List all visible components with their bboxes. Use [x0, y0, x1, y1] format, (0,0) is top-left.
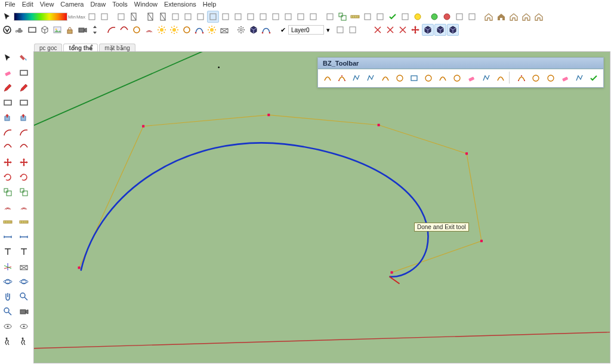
arc3-button[interactable]	[17, 125, 31, 140]
open-poly-button[interactable]	[115, 11, 127, 23]
cube2-button[interactable]	[248, 24, 260, 36]
scene-tab-2[interactable]: mặt bằng	[99, 44, 135, 52]
eraser-button[interactable]	[1, 66, 15, 80]
arc2-button[interactable]	[118, 24, 130, 36]
wall-sel-button[interactable]	[207, 11, 219, 23]
follow-button[interactable]	[17, 110, 31, 125]
iso3-button[interactable]	[270, 11, 282, 23]
home-plus-button[interactable]	[520, 11, 532, 23]
prev-button[interactable]	[17, 274, 31, 289]
menu-window[interactable]: Window	[132, 1, 160, 10]
menu-view[interactable]: View	[38, 1, 57, 10]
convert-button[interactable]	[573, 72, 585, 85]
eyedrop-button[interactable]	[86, 11, 98, 23]
zoom-button[interactable]	[1, 304, 15, 319]
scene-tab-1[interactable]: tổng thể	[63, 44, 98, 52]
arc-a-button[interactable]	[1, 125, 15, 140]
cursor-button[interactable]	[1, 11, 13, 23]
shape1-button[interactable]	[220, 11, 232, 23]
wall1-button[interactable]	[169, 11, 181, 23]
layer-name-input[interactable]	[288, 25, 324, 35]
face-button[interactable]	[232, 11, 244, 23]
menu-tools[interactable]: Tools	[110, 1, 130, 10]
menu-edit[interactable]: Edit	[20, 1, 36, 10]
arc1-button[interactable]	[106, 24, 118, 36]
home-fill-button[interactable]	[495, 11, 507, 23]
pan-button[interactable]	[1, 289, 15, 304]
pencil-button[interactable]	[1, 81, 15, 95]
layer-dropdown-icon[interactable]: ▾	[326, 26, 330, 34]
open-curve-button[interactable]	[437, 72, 449, 85]
freeform-button[interactable]	[193, 24, 205, 36]
sphere-y-button[interactable]	[412, 11, 424, 23]
ok-button[interactable]	[588, 72, 600, 85]
divide-button[interactable]	[480, 72, 492, 85]
scale-button[interactable]	[1, 185, 15, 199]
panel-title[interactable]: BZ_Toolbar	[318, 58, 603, 69]
iso2-button[interactable]	[257, 11, 269, 23]
cube-button[interactable]	[39, 24, 51, 36]
classic-nodes-button[interactable]	[336, 72, 348, 85]
camera-button[interactable]	[17, 304, 31, 319]
courbette-button[interactable]	[379, 72, 391, 85]
select-button[interactable]	[1, 51, 15, 65]
bz-toolbar-panel[interactable]: BZ_Toolbar	[317, 57, 604, 88]
axes-button[interactable]	[1, 260, 15, 274]
shape-button[interactable]	[17, 66, 31, 80]
classic-button[interactable]	[322, 72, 334, 85]
layer-edit-button[interactable]	[347, 24, 359, 36]
window1-button[interactable]	[144, 11, 156, 23]
s-close-button[interactable]	[544, 72, 556, 85]
iso1-button[interactable]	[245, 11, 257, 23]
sphere-g-button[interactable]	[428, 11, 440, 23]
orbit-button[interactable]	[1, 274, 15, 289]
menu-help[interactable]: Help	[200, 1, 219, 10]
arc4-button[interactable]	[17, 140, 31, 155]
tape-button[interactable]	[1, 215, 15, 229]
ch-y-button[interactable]	[384, 24, 396, 36]
wall2-button[interactable]	[182, 11, 194, 23]
erase-button[interactable]	[559, 72, 571, 85]
polyline-button[interactable]	[350, 72, 362, 85]
menu-file[interactable]: File	[2, 1, 18, 10]
menu-extensions[interactable]: Extensions	[162, 1, 199, 10]
viewport-3d[interactable]	[33, 51, 610, 363]
fx-button[interactable]	[374, 11, 386, 23]
rect2-button[interactable]	[17, 95, 31, 110]
arc-b-button[interactable]	[1, 140, 15, 155]
home-x-button[interactable]	[533, 11, 545, 23]
menu-draw[interactable]: Draw	[88, 1, 108, 10]
3dtext-button[interactable]	[17, 245, 31, 259]
offset-button[interactable]	[1, 200, 15, 214]
degree-button[interactable]	[516, 72, 527, 85]
dim-button[interactable]	[1, 230, 15, 244]
wall3-button[interactable]	[195, 11, 206, 23]
window2-button[interactable]	[157, 11, 169, 23]
rect-button[interactable]	[26, 24, 38, 36]
control-points[interactable]	[78, 114, 483, 274]
plus-button[interactable]	[98, 11, 110, 23]
bezier-curve[interactable]	[81, 143, 428, 276]
scene-canvas[interactable]	[34, 52, 610, 363]
pie-button[interactable]	[131, 24, 143, 36]
close-curve-button[interactable]	[451, 72, 463, 85]
cube-b1-button[interactable]	[422, 24, 434, 36]
angle-button[interactable]	[362, 11, 374, 23]
box-button[interactable]	[453, 11, 465, 23]
door-button[interactable]	[128, 11, 140, 23]
cube-b2-button[interactable]	[434, 24, 446, 36]
layer-selector[interactable]: ✔▾	[277, 24, 334, 35]
scene-tab-0[interactable]: pc goc	[34, 44, 62, 52]
section2-button[interactable]	[324, 11, 336, 23]
rect-spline-button[interactable]	[408, 72, 420, 85]
mirror-button[interactable]	[17, 185, 31, 199]
move-button[interactable]	[1, 155, 15, 169]
teapot-button[interactable]	[14, 24, 26, 36]
check-button[interactable]	[387, 11, 399, 23]
home-button[interactable]	[483, 11, 495, 23]
zext-button[interactable]	[17, 289, 31, 304]
anim-button[interactable]	[422, 72, 434, 85]
dim2-button[interactable]	[17, 230, 31, 244]
rect-button[interactable]	[1, 95, 15, 110]
rot2-button[interactable]	[17, 170, 31, 184]
